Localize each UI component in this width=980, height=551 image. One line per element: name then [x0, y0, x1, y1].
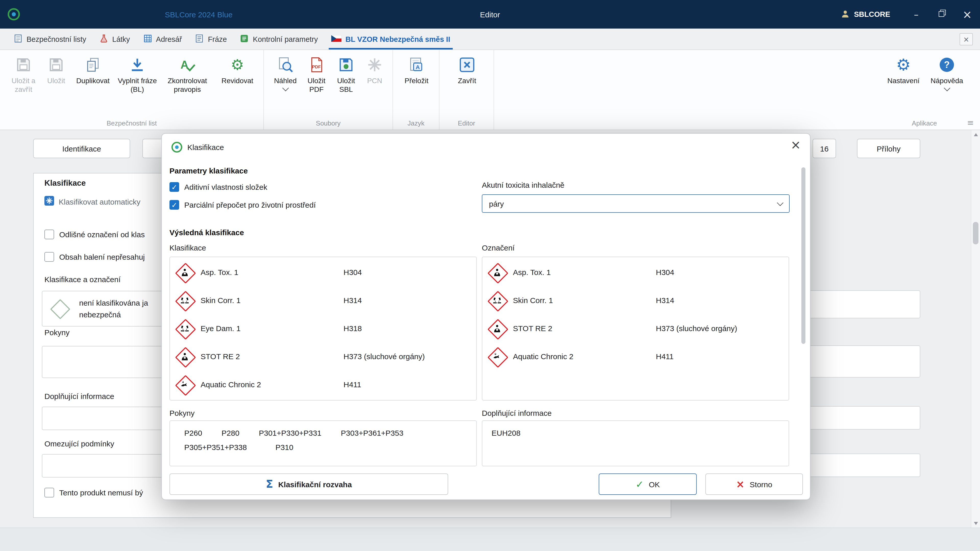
- czech-flag-icon: [331, 35, 342, 43]
- save-pdf-button[interactable]: PDF Uložit PDF: [302, 54, 331, 94]
- document-list-icon: [14, 34, 22, 44]
- preview-button[interactable]: Náhled: [269, 54, 302, 90]
- cross-icon: ×: [736, 478, 745, 490]
- ghs-health-hazard-icon: [175, 262, 194, 282]
- p-code: P301+P330+P331: [259, 429, 321, 437]
- help-button[interactable]: ? Nápověda: [925, 54, 968, 90]
- omez-label: Omezující podmínky: [45, 439, 114, 448]
- class-section-label: Klasifikace a označení: [45, 275, 121, 284]
- tab-kontrolni-parametry[interactable]: Kontrolní parametry: [234, 29, 325, 49]
- toxicity-dropdown[interactable]: páry: [482, 194, 790, 213]
- pcn-button: PCN: [361, 54, 388, 85]
- translate-button[interactable]: A Přeložit: [398, 54, 435, 85]
- p-code: P310: [275, 443, 293, 451]
- tab-latky[interactable]: Látky: [93, 29, 137, 49]
- p-code: P280: [221, 429, 239, 437]
- ribbon-group-bezpecnostni-list: Uložit a zavřít Uložit Duplikovat Vyplni…: [0, 50, 264, 130]
- checkbox-odlisne-oznaceni[interactable]: Odlišné označení od klas: [45, 230, 145, 239]
- chevron-down-icon: [777, 200, 783, 206]
- svg-text:PDF: PDF: [312, 64, 321, 69]
- close-editor-button[interactable]: Zavřít: [445, 54, 490, 85]
- labelling-row[interactable]: Asp. Tox. 1 H304: [482, 258, 789, 286]
- revise-button[interactable]: ⚙ Revidovat: [215, 54, 259, 85]
- ribbon-group-label: Editor: [439, 119, 493, 127]
- ghs-environment-icon: [487, 347, 507, 366]
- settings-button[interactable]: ⚙ Nastavení: [881, 54, 925, 85]
- classification-row[interactable]: Eye Dam. 1 H318: [170, 314, 476, 342]
- pdf-icon: PDF: [308, 55, 325, 75]
- flask-icon: [100, 34, 108, 44]
- tab-fraze[interactable]: Fráze: [189, 29, 234, 49]
- checkbox-icon: [45, 488, 54, 497]
- classification-reasoning-button[interactable]: Σ Klasifikační rozvaha: [169, 473, 448, 495]
- close-editor-icon: [459, 55, 475, 75]
- classification-row[interactable]: Aquatic Chronic 2 H411: [170, 370, 476, 399]
- toxicity-label: Akutní toxicita inhalačně: [482, 181, 565, 189]
- preview-icon: [277, 55, 293, 75]
- dialog-scrollbar[interactable]: [801, 162, 805, 492]
- dialog-scrollbar-thumb[interactable]: [801, 167, 805, 344]
- account-button[interactable]: SBLCORE: [841, 9, 890, 20]
- save-icon: [15, 55, 32, 75]
- main-scrollbar[interactable]: [971, 130, 980, 528]
- arrow-down-fill-icon: [129, 55, 145, 75]
- ghs-corrosion-icon: [487, 291, 507, 310]
- section-tab-16[interactable]: 16: [813, 139, 836, 158]
- checkbox-parcialni[interactable]: ✓ Parciální přepočet pro životní prostře…: [169, 200, 316, 210]
- close-tab-button[interactable]: ×: [959, 33, 973, 45]
- labelling-row[interactable]: STOT RE 2 H373 (sluchové orgány): [482, 314, 789, 342]
- spellcheck-button[interactable]: A Zkontrolovat pravopis: [159, 54, 215, 94]
- classification-row[interactable]: STOT RE 2 H373 (sluchové orgány): [170, 342, 476, 370]
- duplicate-button[interactable]: Duplikovat: [70, 54, 115, 85]
- tab-label: Kontrolní parametry: [253, 35, 318, 43]
- tab-adresar[interactable]: Adresář: [137, 29, 189, 49]
- ghs-health-hazard-icon: [487, 262, 507, 282]
- tab-bl-vzor[interactable]: BL VZOR Nebezpečná směs II: [325, 29, 457, 49]
- pcn-star-icon: [366, 55, 383, 75]
- app-logo-icon: [7, 8, 21, 21]
- scroll-down-icon[interactable]: [974, 522, 978, 525]
- tab-label: Bezpečnostní listy: [27, 35, 86, 43]
- checkbox-aditivni[interactable]: ✓ Aditivní vlastnosti složek: [169, 182, 267, 192]
- window-title: Editor: [480, 0, 500, 29]
- tab-label: Látky: [112, 35, 130, 43]
- classification-row[interactable]: Skin Corr. 1 H314: [170, 286, 476, 314]
- user-icon: [841, 9, 850, 20]
- ribbon-collapse-icon[interactable]: ≡: [967, 118, 974, 127]
- close-window-button[interactable]: ×: [955, 0, 980, 29]
- auto-classify-icon: [45, 196, 54, 207]
- app-logo-icon: [171, 141, 183, 153]
- labelling-list: Asp. Tox. 1 H304 Skin Corr. 1 H314 STOT …: [482, 257, 789, 400]
- labelling-row[interactable]: Skin Corr. 1 H314: [482, 286, 789, 314]
- restore-button[interactable]: [929, 0, 955, 29]
- question-icon: ?: [940, 58, 954, 72]
- ribbon-group-jazyk: A Přeložit Jazyk: [393, 50, 439, 130]
- ok-button[interactable]: ✓ OK: [599, 473, 697, 495]
- gear-icon: ⚙: [896, 57, 911, 73]
- ribbon-group-label: Soubory: [264, 119, 393, 127]
- ribbon-group-label: Jazyk: [393, 119, 439, 127]
- scroll-up-icon[interactable]: [974, 133, 978, 136]
- auto-classify-button[interactable]: Klasifikovat automaticky: [45, 196, 140, 207]
- tab-bezpecnostni-listy[interactable]: Bezpečnostní listy: [7, 29, 93, 49]
- ribbon-group-soubory: Náhled PDF Uložit PDF Uložit SBL PCN: [264, 50, 393, 130]
- classification-list: Asp. Tox. 1 H304 Skin Corr. 1 H314 Eye D…: [169, 257, 477, 400]
- checkbox-tento-produkt[interactable]: Tento produkt nemusí bý: [45, 488, 143, 497]
- classification-row[interactable]: Asp. Tox. 1 H304: [170, 258, 476, 286]
- cancel-button[interactable]: × Storno: [705, 473, 803, 495]
- scrollbar-thumb[interactable]: [973, 222, 978, 245]
- save-sbl-button[interactable]: Uložit SBL: [331, 54, 361, 94]
- section-tab-identifikace[interactable]: Identifikace: [33, 139, 130, 158]
- section-tab-prilohy[interactable]: Přílohy: [857, 139, 920, 158]
- titlebar: SBLCore 2024 Blue Editor SBLCORE – ×: [0, 0, 980, 29]
- dialog-dopl-label: Doplňující informace: [482, 409, 552, 417]
- fill-phrases-button[interactable]: Vyplnit fráze (BL): [115, 54, 159, 94]
- document-tabbar: Bezpečnostní listy Látky Adresář Fráze K…: [0, 29, 980, 50]
- close-dialog-button[interactable]: ×: [791, 139, 801, 151]
- labelling-row[interactable]: Aquatic Chronic 2 H411: [482, 342, 789, 370]
- checkbox-obsah-baleni[interactable]: Obsah balení nepřesahuj: [45, 252, 145, 262]
- ribbon-spacer: [494, 50, 869, 130]
- minimize-button[interactable]: –: [904, 0, 929, 29]
- tab-label: Adresář: [156, 35, 182, 43]
- ghs-health-hazard-icon: [487, 319, 507, 338]
